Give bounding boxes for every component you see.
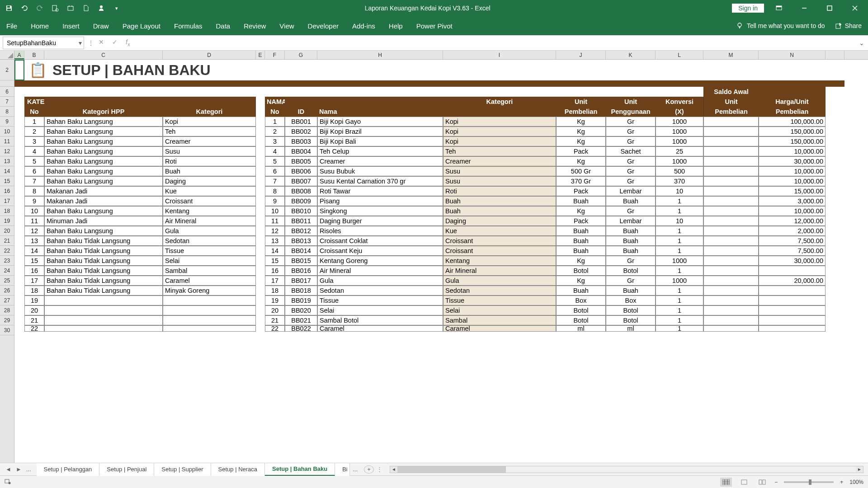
select-all-triangle[interactable]: [0, 51, 14, 60]
row-header[interactable]: 27: [0, 296, 14, 305]
col-header-B[interactable]: B: [24, 51, 44, 59]
page-layout-view-button[interactable]: [738, 478, 750, 487]
worksheet-tab[interactable]: Setup | Bahan Baku: [265, 463, 335, 476]
col-header-E[interactable]: E: [256, 51, 265, 59]
row-header[interactable]: 7: [0, 97, 14, 107]
col-header-H[interactable]: H: [317, 51, 443, 59]
col-header-D[interactable]: D: [163, 51, 256, 59]
new-sheet-button[interactable]: +: [364, 465, 374, 474]
cancel-icon[interactable]: ✕: [99, 38, 104, 47]
row-header[interactable]: 6: [0, 87, 14, 97]
row-header[interactable]: 18: [0, 206, 14, 216]
row-header[interactable]: 22: [0, 246, 14, 256]
row-header[interactable]: 13: [0, 156, 14, 166]
enter-icon[interactable]: ✓: [112, 38, 118, 47]
share-button[interactable]: Share: [835, 22, 862, 29]
row-header[interactable]: 12: [0, 146, 14, 156]
fx-icon[interactable]: fx: [126, 38, 130, 47]
worksheet-grid[interactable]: 2678910111213141516171819202122232425262…: [0, 51, 868, 463]
col-header-A[interactable]: A: [14, 51, 24, 59]
ribbon-tab-page-layout[interactable]: Page Layout: [123, 22, 160, 30]
row-header[interactable]: 8: [0, 107, 14, 117]
row-header[interactable]: 29: [0, 315, 14, 325]
row-header[interactable]: 14: [0, 166, 14, 176]
scroll-left-icon[interactable]: ◄: [390, 466, 397, 473]
col-header-N[interactable]: N: [759, 51, 826, 59]
row-header[interactable]: 11: [0, 136, 14, 146]
col-header-C[interactable]: C: [44, 51, 163, 59]
tab-overflow[interactable]: ...: [350, 466, 360, 473]
qat-icon-1[interactable]: [51, 4, 60, 13]
col-header-J[interactable]: J: [556, 51, 606, 59]
name-box[interactable]: SetupBahanBaku ▾: [3, 37, 84, 49]
ribbon-tab-review[interactable]: Review: [244, 22, 266, 30]
row-header[interactable]: 26: [0, 286, 14, 296]
row-header[interactable]: 28: [0, 305, 14, 315]
ribbon-tab-formulas[interactable]: Formulas: [174, 22, 203, 30]
ribbon-tab-view[interactable]: View: [279, 22, 294, 30]
qat-icon-3[interactable]: [81, 4, 90, 13]
ribbon-tab-data[interactable]: Data: [216, 22, 230, 30]
worksheet-tab[interactable]: Bi: [335, 463, 350, 476]
page-break-view-button[interactable]: [756, 478, 768, 487]
row-header[interactable]: 23: [0, 256, 14, 266]
row-header[interactable]: 30: [0, 325, 14, 335]
worksheet-tab[interactable]: Setup | Neraca: [211, 463, 265, 476]
row-header[interactable]: 20: [0, 226, 14, 236]
row-header[interactable]: 10: [0, 127, 14, 136]
row-header[interactable]: 19: [0, 216, 14, 226]
formula-input[interactable]: [130, 37, 859, 49]
formula-expand-icon[interactable]: ⌄: [859, 39, 868, 47]
row-header[interactable]: 24: [0, 266, 14, 276]
col-header-I[interactable]: I: [443, 51, 556, 59]
col-header-M[interactable]: M: [703, 51, 759, 59]
zoom-level[interactable]: 100%: [849, 479, 863, 485]
signin-button[interactable]: Sign in: [732, 4, 764, 13]
tab-split[interactable]: ⋮: [374, 466, 385, 473]
tab-ellipsis[interactable]: ...: [26, 466, 31, 473]
row-header[interactable]: 17: [0, 196, 14, 206]
close-button[interactable]: [844, 0, 865, 16]
name-box-dropdown-icon[interactable]: ▾: [79, 39, 82, 47]
tab-scroll-left-icon[interactable]: ◄: [5, 466, 11, 473]
row-header[interactable]: 25: [0, 276, 14, 286]
worksheet-tab[interactable]: Setup | Penjual: [99, 463, 154, 476]
zoom-out-button[interactable]: −: [774, 479, 778, 485]
qat-icon-4[interactable]: [97, 4, 106, 13]
maximize-button[interactable]: [819, 0, 840, 16]
zoom-slider[interactable]: [784, 481, 834, 483]
col-header-L[interactable]: L: [656, 51, 703, 59]
macro-record-icon[interactable]: [5, 479, 11, 486]
ribbon-tab-draw[interactable]: Draw: [93, 22, 109, 30]
normal-view-button[interactable]: [720, 478, 732, 487]
tellme-search[interactable]: Tell me what you want to do: [736, 22, 825, 29]
col-header-K[interactable]: K: [606, 51, 656, 59]
redo-icon[interactable]: [35, 4, 44, 13]
row-header[interactable]: 21: [0, 236, 14, 246]
tab-scroll-right-icon[interactable]: ►: [16, 466, 22, 473]
row-header[interactable]: 15: [0, 176, 14, 186]
worksheet-tab[interactable]: Setup | Pelanggan: [37, 463, 100, 476]
qat-customize-icon[interactable]: ▾: [112, 4, 121, 13]
ribbon-tab-help[interactable]: Help: [389, 22, 403, 30]
zoom-in-button[interactable]: +: [840, 479, 843, 485]
row-header[interactable]: 9: [0, 117, 14, 127]
col-header-G[interactable]: G: [285, 51, 317, 59]
ribbon-tab-file[interactable]: File: [6, 22, 17, 30]
row-header[interactable]: 2: [0, 60, 14, 80]
minimize-button[interactable]: [794, 0, 815, 16]
ribbon-tab-home[interactable]: Home: [31, 22, 49, 30]
save-icon[interactable]: [5, 4, 14, 13]
scroll-right-icon[interactable]: ►: [856, 466, 863, 473]
ribbon-tab-insert[interactable]: Insert: [62, 22, 80, 30]
ribbon-tab-developer[interactable]: Developer: [308, 22, 339, 30]
ribbon-tab-add-ins[interactable]: Add-ins: [352, 22, 375, 30]
undo-icon[interactable]: [20, 4, 29, 13]
row-header[interactable]: [0, 80, 14, 87]
scroll-thumb[interactable]: [397, 466, 506, 473]
ribbon-tab-power-pivot[interactable]: Power Pivot: [416, 22, 453, 30]
worksheet-tab[interactable]: Setup | Supplier: [154, 463, 211, 476]
col-header-F[interactable]: F: [265, 51, 285, 59]
ribbon-display-icon[interactable]: [769, 0, 789, 16]
qat-icon-2[interactable]: [66, 4, 75, 13]
